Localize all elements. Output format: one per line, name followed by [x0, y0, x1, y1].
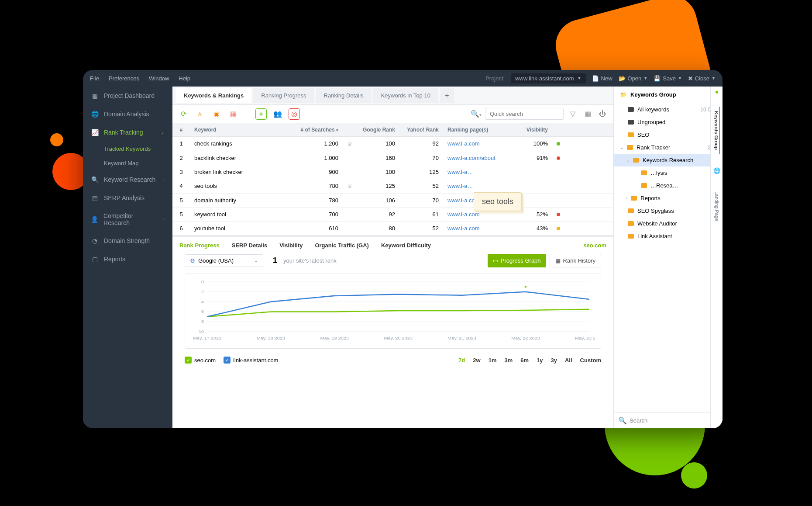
calendar-icon[interactable]: ▦	[227, 108, 239, 120]
sidebar-item-domain-analysis[interactable]: 🌐Domain Analysis	[83, 105, 172, 123]
new-button[interactable]: 📄New	[592, 75, 612, 82]
sidebar-sub-keyword-map[interactable]: Keyword Map	[83, 156, 172, 170]
table-row[interactable]: 2backlink checker1,00016070www.l-a.com/a…	[172, 151, 613, 165]
col-keyword[interactable]: Keyword	[190, 123, 286, 136]
menu-preferences[interactable]: Preferences	[109, 75, 139, 82]
export-icon[interactable]: ⏻	[597, 108, 608, 120]
rank-history-button[interactable]: ▦Rank History	[550, 254, 601, 267]
menu-window[interactable]: Window	[149, 75, 169, 82]
ranking-page-link[interactable]: www.l-a…	[447, 169, 473, 175]
folder-icon	[628, 221, 634, 226]
right-panel-title: Keywords Group	[630, 91, 676, 98]
sidebar-item-competitor-research[interactable]: 👤Competitor Research›	[83, 207, 172, 232]
legend-series1[interactable]: ✓seo.com	[185, 357, 216, 364]
ranking-page-link[interactable]: www.l-a.com	[447, 211, 480, 218]
search-input[interactable]	[485, 108, 564, 120]
vertical-tabs: Keywords Group 🌐 Landing Page	[710, 87, 723, 428]
col-yahoo-rank[interactable]: Yahoo! Rank	[399, 123, 443, 136]
col-google-rank[interactable]: Google Rank	[356, 123, 399, 136]
tab-ranking-progress[interactable]: Ranking Progress	[253, 88, 314, 103]
vtab-landing-page[interactable]: Landing Page	[714, 187, 719, 225]
ranking-page-link[interactable]: www.l-a.com	[447, 140, 480, 147]
person-icon: 👤	[91, 215, 98, 223]
grid-icon[interactable]: ▦	[582, 108, 593, 120]
lowertab-serp-details[interactable]: SERP Details	[232, 242, 267, 249]
range-7d[interactable]: 7d	[458, 357, 465, 364]
lowertab-keyword-difficulty[interactable]: Keyword Difficulty	[381, 242, 431, 249]
group-item[interactable]: SEO Spyglass22	[614, 204, 723, 217]
vtab-keywords-group[interactable]: Keywords Group	[714, 107, 720, 154]
top-tabs: Keywords & Rankings Ranking Progress Ran…	[172, 87, 613, 105]
group-item[interactable]: ›Reports16	[614, 192, 723, 204]
search-engine-select[interactable]: GGoogle (USA)⌄	[185, 254, 263, 267]
tab-add[interactable]: +	[440, 88, 454, 103]
keywords-table: # Keyword # of Searches ▾ Google Rank Ya…	[172, 123, 613, 236]
lowertab-rank-progress[interactable]: Rank Progress	[179, 242, 220, 249]
group-item[interactable]: All keywords10,000	[614, 103, 723, 116]
menu-help[interactable]: Help	[179, 75, 190, 82]
sidebar-item-keyword-research[interactable]: 🔍Keyword Research›	[83, 170, 172, 189]
analytics-icon[interactable]: ⋏	[194, 108, 206, 120]
sidebar-item-rank-tracking[interactable]: 📈Rank Tracking⌄	[83, 123, 172, 142]
save-button[interactable]: 💾Save▼	[654, 75, 682, 82]
tab-ranking-details[interactable]: Ranking Details	[316, 88, 372, 103]
lower-tabs: Rank Progress SERP Details Visibility Or…	[172, 237, 613, 254]
group-item[interactable]: Website Auditor11	[614, 217, 723, 230]
users-icon[interactable]: 👥	[272, 108, 283, 120]
range-3m[interactable]: 3m	[504, 357, 513, 364]
project-selector[interactable]: www.link-assistant.com▼	[511, 73, 585, 83]
tab-top10[interactable]: Keywords in Top 10	[373, 88, 438, 103]
sidebar-sub-tracked-keywords[interactable]: Tracked Keywords	[83, 142, 172, 156]
group-item[interactable]: Ungrouped16	[614, 116, 723, 128]
ranking-page-link[interactable]: www.l-a.com/about	[447, 155, 495, 161]
refresh-icon[interactable]: ⟳	[178, 108, 189, 120]
folder-open-icon: 📂	[619, 75, 626, 82]
col-visibility[interactable]: Visibility	[513, 123, 552, 136]
group-item[interactable]: Link Assistant7	[614, 230, 723, 243]
progress-graph-button[interactable]: ▭Progress Graph	[488, 254, 546, 267]
add-icon[interactable]: +	[255, 108, 267, 120]
range-3y[interactable]: 3y	[551, 357, 557, 364]
menu-file[interactable]: File	[90, 75, 99, 82]
filter-icon[interactable]: ▽	[567, 108, 578, 120]
tab-keywords-rankings[interactable]: Keywords & Rankings	[176, 88, 251, 103]
chevron-icon: ⌄	[626, 158, 630, 163]
table-row[interactable]: 5keyword tool7009261www.l-a.com52%	[172, 208, 613, 222]
range-All[interactable]: All	[565, 357, 572, 364]
col-pages[interactable]: Ranking page(s)	[443, 123, 513, 136]
legend-series2[interactable]: ✓link-assistant.com	[224, 357, 278, 364]
sidebar-item-serp-analysis[interactable]: ▤SERP Analysis	[83, 189, 172, 207]
ranking-page-link[interactable]: www.l-a…	[447, 183, 473, 189]
table-row[interactable]: 5domain authority78010670www.l-a.com	[172, 194, 613, 208]
close-button[interactable]: ✖Close▼	[688, 75, 716, 82]
range-1m[interactable]: 1m	[489, 357, 497, 364]
col-num[interactable]: #	[172, 123, 190, 136]
group-item[interactable]: …Resea…7	[614, 179, 723, 192]
target-icon[interactable]: ◎	[289, 108, 300, 120]
table-row[interactable]: 1check rankings1,200♛10092www.l-a.com100…	[172, 137, 613, 151]
sidebar-item-dashboard[interactable]: ▦Project Dashboard	[83, 87, 172, 105]
group-search-input[interactable]	[630, 417, 707, 424]
folder-icon	[627, 145, 633, 150]
search-icon[interactable]: 🔍▾	[471, 110, 482, 118]
table-row[interactable]: 3broken link checker900100125www.l-a…	[172, 165, 613, 179]
group-item[interactable]: …lysis3	[614, 166, 723, 179]
group-item[interactable]: SEO16	[614, 128, 723, 141]
range-1y[interactable]: 1y	[537, 357, 543, 364]
lowertab-organic-traffic[interactable]: Organic Traffic (GA)	[315, 242, 369, 249]
group-item[interactable]: ⌄Keywords Research3	[614, 154, 723, 166]
col-searches[interactable]: # of Searches ▾	[286, 123, 343, 136]
table-row[interactable]: 4seo tools780♛12552www.l-a…	[172, 179, 613, 194]
sidebar-item-reports[interactable]: ▢Reports	[83, 250, 172, 268]
open-button[interactable]: 📂Open▼	[619, 75, 648, 82]
range-6m[interactable]: 6m	[520, 357, 529, 364]
ranking-page-link[interactable]: www.l-a.com	[447, 225, 480, 232]
range-Custom[interactable]: Custom	[580, 357, 601, 364]
svg-text:8: 8	[201, 319, 204, 324]
table-row[interactable]: 6youtube tool6108052www.l-a.com43%	[172, 222, 613, 236]
range-2w[interactable]: 2w	[473, 357, 480, 364]
sidebar-item-domain-strength[interactable]: ◔Domain Strength	[83, 232, 172, 250]
tag-icon[interactable]: ◉	[211, 108, 222, 120]
lowertab-visibility[interactable]: Visibility	[279, 242, 303, 249]
group-item[interactable]: ⌄Rank Tracker215	[614, 141, 723, 154]
